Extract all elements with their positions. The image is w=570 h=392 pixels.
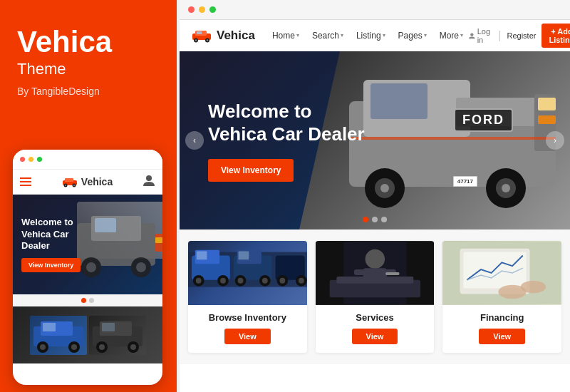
menu-line bbox=[20, 185, 31, 186]
svg-rect-32 bbox=[197, 31, 202, 34]
svg-rect-62 bbox=[239, 252, 249, 260]
card-inventory-title: Browse Inventory bbox=[194, 312, 301, 323]
svg-point-21 bbox=[40, 344, 46, 350]
mobile-nav: Vehica bbox=[13, 170, 162, 195]
nav-item-pages[interactable]: Pages ▾ bbox=[393, 31, 432, 41]
car-thumb-svg-1 bbox=[30, 316, 87, 355]
svg-point-36 bbox=[207, 39, 208, 41]
nav-pages-label: Pages bbox=[398, 31, 423, 41]
license-text: 47717 bbox=[457, 178, 473, 185]
svg-rect-15 bbox=[155, 237, 162, 243]
nav-search-chevron: ▾ bbox=[341, 32, 343, 38]
ford-badge: FORD bbox=[454, 108, 513, 132]
ford-badge-text: FORD bbox=[462, 113, 504, 127]
svg-point-28 bbox=[99, 344, 105, 350]
services-svg bbox=[316, 241, 435, 305]
svg-rect-76 bbox=[354, 269, 367, 275]
nav-listing-chevron: ▾ bbox=[383, 32, 385, 38]
nav-right: Log in | Register + Add Listing bbox=[469, 24, 570, 48]
browser-dot-red bbox=[188, 6, 195, 13]
card-financing-view-button[interactable]: View bbox=[479, 329, 525, 344]
svg-rect-9 bbox=[95, 218, 116, 232]
mobile-top-bar bbox=[13, 150, 162, 170]
site-logo-text: Vehica bbox=[217, 29, 255, 43]
nav-home-chevron: ▾ bbox=[296, 32, 299, 38]
car-thumb-2 bbox=[89, 316, 146, 355]
card-financing: Financing View bbox=[442, 241, 561, 353]
mobile-user-icon[interactable] bbox=[142, 174, 155, 190]
mobile-dot-yellow bbox=[28, 157, 33, 162]
login-label: Log in bbox=[477, 27, 493, 44]
mobile-mockup: Vehica bbox=[13, 150, 162, 385]
browser-chrome bbox=[180, 0, 570, 20]
nav-listing-label: Listing bbox=[356, 31, 381, 41]
hero-text: Welcome toVehica Car Dealer View Invento… bbox=[180, 100, 365, 182]
register-link[interactable]: Register bbox=[507, 31, 537, 40]
svg-point-13 bbox=[136, 262, 146, 272]
hero-dots bbox=[363, 217, 387, 222]
svg-point-48 bbox=[502, 184, 510, 192]
svg-rect-80 bbox=[336, 277, 413, 284]
mobile-hero-title: Welcome toVehica CarDealer bbox=[21, 217, 81, 253]
svg-point-65 bbox=[238, 278, 244, 284]
svg-point-71 bbox=[299, 278, 304, 284]
svg-point-58 bbox=[196, 278, 202, 284]
mobile-logo-text: Vehica bbox=[81, 176, 113, 187]
svg-rect-40 bbox=[370, 83, 428, 119]
menu-line bbox=[20, 177, 31, 179]
car-row-decor bbox=[27, 313, 149, 358]
hero-prev-arrow[interactable]: ‹ bbox=[185, 131, 204, 150]
hero-view-inventory-button[interactable]: View Inventory bbox=[208, 159, 294, 182]
menu-line bbox=[20, 181, 31, 182]
nav-pages-chevron: ▾ bbox=[424, 32, 427, 38]
site-logo-car-svg bbox=[191, 29, 212, 43]
site-logo-icon bbox=[191, 29, 212, 43]
svg-point-29 bbox=[130, 344, 136, 350]
nav-item-listing[interactable]: Listing ▾ bbox=[351, 31, 391, 41]
site-logo[interactable]: Vehica bbox=[191, 29, 255, 43]
add-listing-button[interactable]: + Add Listing bbox=[542, 24, 570, 48]
card-inventory-view-button[interactable]: View bbox=[224, 329, 271, 344]
carousel-dot-1 bbox=[81, 298, 86, 303]
hero-next-arrow[interactable]: › bbox=[546, 131, 564, 150]
hero-dot-2[interactable] bbox=[372, 217, 378, 222]
nav-divider: | bbox=[498, 29, 501, 42]
svg-point-22 bbox=[71, 344, 77, 350]
nav-item-home[interactable]: Home ▾ bbox=[266, 31, 305, 41]
card-inventory-image bbox=[188, 241, 307, 305]
hero-title: Welcome toVehica Car Dealer bbox=[208, 100, 365, 146]
mobile-hero-text: Welcome toVehica CarDealer View Inventor… bbox=[21, 217, 81, 273]
card-financing-image bbox=[442, 241, 561, 305]
browser-dot-yellow bbox=[199, 6, 205, 13]
svg-point-59 bbox=[220, 278, 226, 284]
financing-svg bbox=[442, 241, 561, 305]
car-thumb-1 bbox=[30, 316, 87, 355]
nav-more-chevron: ▾ bbox=[460, 32, 463, 38]
user-icon-svg bbox=[142, 174, 155, 187]
hero-dot-1[interactable] bbox=[363, 217, 368, 222]
card-services: Services View bbox=[316, 241, 435, 353]
svg-rect-50 bbox=[538, 98, 556, 110]
mobile-logo-car-icon bbox=[61, 176, 78, 187]
card-services-title: Services bbox=[321, 312, 429, 323]
mobile-logo: Vehica bbox=[61, 176, 113, 187]
svg-point-37 bbox=[470, 33, 473, 36]
nav-item-more[interactable]: More ▾ bbox=[434, 31, 469, 41]
mobile-view-inventory-button[interactable]: View Inventory bbox=[21, 258, 81, 272]
mobile-menu-icon[interactable] bbox=[20, 177, 31, 186]
mobile-carousel-dots bbox=[13, 294, 162, 306]
inventory-cars-svg bbox=[188, 241, 307, 305]
card-services-view-button[interactable]: View bbox=[352, 329, 398, 344]
license-plate: 47717 bbox=[453, 176, 477, 187]
card-inventory: Browse Inventory View bbox=[188, 241, 307, 353]
left-chevron-icon: ‹ bbox=[193, 135, 196, 145]
hero-dot-3[interactable] bbox=[381, 217, 387, 222]
nav-home-label: Home bbox=[272, 31, 295, 41]
nav-more-label: More bbox=[440, 31, 459, 41]
svg-rect-18 bbox=[43, 323, 56, 331]
nav-item-search[interactable]: Search ▾ bbox=[306, 31, 349, 41]
car-thumb-svg-2 bbox=[89, 316, 146, 355]
svg-rect-51 bbox=[538, 115, 556, 124]
nav-login[interactable]: Log in bbox=[469, 27, 492, 44]
card-financing-body: Financing View bbox=[442, 305, 561, 353]
